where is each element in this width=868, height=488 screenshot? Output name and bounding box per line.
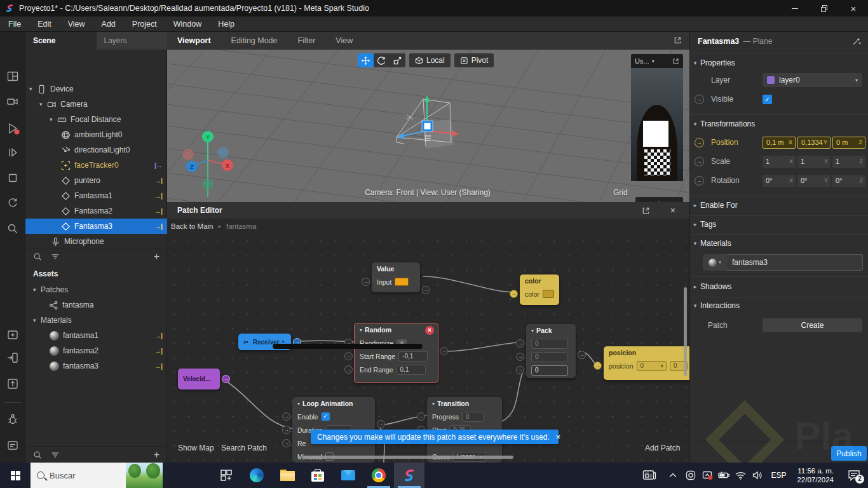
output-port[interactable]: → [377,420,385,428]
input-port[interactable]: → [510,290,518,298]
rotate-tool-button[interactable] [374,53,390,67]
output-port[interactable]: → [578,351,586,359]
pack-input-2[interactable]: 0 [531,365,568,376]
node-velocidad[interactable]: Velocid... → [178,369,220,390]
task-view-button[interactable] [211,463,241,488]
scene-item-device[interactable]: ▾ Device [25,81,167,97]
start-range-input[interactable]: -0,1 [398,351,428,362]
notification-center-button[interactable]: 2 [840,463,868,488]
caret-down-icon[interactable]: ▾ [690,121,700,127]
pulse-button[interactable] [397,339,407,347]
add-object-button[interactable]: + [154,251,159,262]
scene-item-fantasma3-selected[interactable]: Fantasma3 →| [25,219,167,234]
input-port[interactable]: → [282,412,290,421]
filter-icon[interactable] [51,252,60,261]
output-port[interactable]: → [422,286,430,294]
start-button[interactable] [0,463,31,488]
collapse-caret-icon[interactable]: ▾ [531,328,534,334]
preview-user-dropdown[interactable]: Us... [635,57,649,65]
menu-project[interactable]: Project [124,20,165,29]
gizmo-y-label[interactable]: Y [206,134,210,140]
node-posicion[interactable]: posicion → posicion 0x 0 [604,346,689,380]
pivot-button[interactable]: Pivot [454,53,494,67]
meta-spark-taskbar-icon[interactable] [394,463,424,488]
section-interactions[interactable]: ▾ Interactions [690,299,868,313]
caret-right-icon[interactable]: ▸ [690,202,700,208]
layer-dropdown[interactable]: layer0 ▾ [763,73,862,87]
move-tool-button[interactable] [358,53,374,67]
section-tags[interactable]: ▸ Tags [690,217,868,231]
search-icon[interactable] [33,252,42,261]
scale-y-input[interactable]: 1Y [797,156,831,168]
chevron-down-icon[interactable]: ▾ [282,339,285,344]
wifi-tray-icon[interactable] [732,463,749,488]
gizmo-x-label[interactable]: X [226,163,229,169]
input-port[interactable]: → [282,426,290,434]
debug-bug-icon[interactable] [6,413,19,426]
collapse-caret-icon[interactable]: ▾ [297,401,300,407]
delete-node-button[interactable]: × [425,326,434,335]
visible-checkbox-checked[interactable]: ✓ [763,95,772,104]
scene-item-directionallight[interactable]: directionalLight0 [25,142,167,158]
caret-down-icon[interactable]: ▾ [690,60,700,66]
output-port[interactable]: → [440,347,448,355]
tab-scene[interactable]: Scene [25,32,97,50]
scene-item-microphone[interactable]: Microphone [25,234,167,249]
popout-icon[interactable] [672,58,679,65]
assets-group-patches[interactable]: ▾ Patches [25,282,167,297]
restart-icon[interactable] [6,196,19,209]
layout-panels-icon[interactable] [6,70,19,83]
step-play-icon[interactable] [6,146,19,159]
section-enable-for[interactable]: ▸ Enable For [690,198,868,212]
caret-down-icon[interactable]: ▾ [33,317,41,323]
position-z-input[interactable]: 0 mZ [832,137,865,149]
video-camera-icon[interactable] [6,95,19,108]
input-port[interactable]: → [417,412,425,421]
patch-port-icon[interactable]: → [695,95,704,104]
asset-item-fantasma2[interactable]: fantasma2 →| [25,343,167,358]
caret-down-icon[interactable]: ▾ [50,116,57,123]
edge-taskbar-icon[interactable] [241,463,272,488]
scene-item-focal-distance[interactable]: ▾ Focal Distance [25,112,167,127]
output-port[interactable]: → [222,375,230,383]
input-port[interactable]: → [593,362,602,370]
search-patch-button[interactable]: Search Patch [221,444,267,452]
input-port[interactable]: → [344,365,353,374]
caret-down-icon[interactable]: ▾ [690,302,700,309]
caret-down-icon[interactable]: ▾ [39,101,47,107]
collapse-caret-icon[interactable]: ▾ [432,401,435,407]
rotation-x-input[interactable]: 0°X [763,175,796,187]
posicion-x-input[interactable]: 0x [637,361,667,371]
file-explorer-taskbar-icon[interactable] [272,463,302,488]
selected-object-gizmo[interactable] [388,89,477,165]
mail-taskbar-icon[interactable] [333,463,363,488]
input-port[interactable]: → [344,339,353,347]
language-indicator[interactable]: ESP [766,463,790,488]
enable-checkbox-checked[interactable]: ✓ [322,412,330,421]
section-shadows[interactable]: ▸ Shadows [690,280,868,294]
section-properties[interactable]: ▾ Properties [690,56,868,70]
patch-port-icon[interactable]: → [695,157,704,166]
menu-help[interactable]: Help [210,20,243,29]
tab-editing-mode[interactable]: Editing Mode [221,36,288,45]
filter-icon[interactable] [51,451,60,459]
tab-view[interactable]: View [325,36,363,45]
menu-window[interactable]: Window [165,20,210,29]
position-y-input[interactable]: 0,1334Y [797,137,831,149]
axis-orientation-gizmo[interactable]: Y Z X [176,121,246,197]
camera-preview-panel[interactable]: Us... ▾ [631,54,683,181]
color-swatch[interactable] [395,278,409,286]
asset-item-fantasma-patch[interactable]: fantasma [25,297,167,313]
minimize-button[interactable] [780,0,810,17]
tab-viewport[interactable]: Viewport [167,36,221,45]
node-pack[interactable]: ▾Pack → 0 → → 0 → 0 [526,324,576,378]
add-asset-icon[interactable] [6,329,19,341]
taskbar-clock[interactable]: 11:56 a. m. 22/07/2024 [790,463,840,488]
menu-file[interactable]: File [0,20,29,29]
scene-item-puntero[interactable]: puntero →| [25,173,167,188]
asset-item-fantasma3[interactable]: fantasma3 →| [25,358,167,374]
import-icon[interactable] [6,351,19,364]
record-play-icon[interactable] [6,121,19,134]
patch-port-icon-connected[interactable]: → [695,138,704,147]
pack-input-0[interactable]: 0 [531,339,568,349]
